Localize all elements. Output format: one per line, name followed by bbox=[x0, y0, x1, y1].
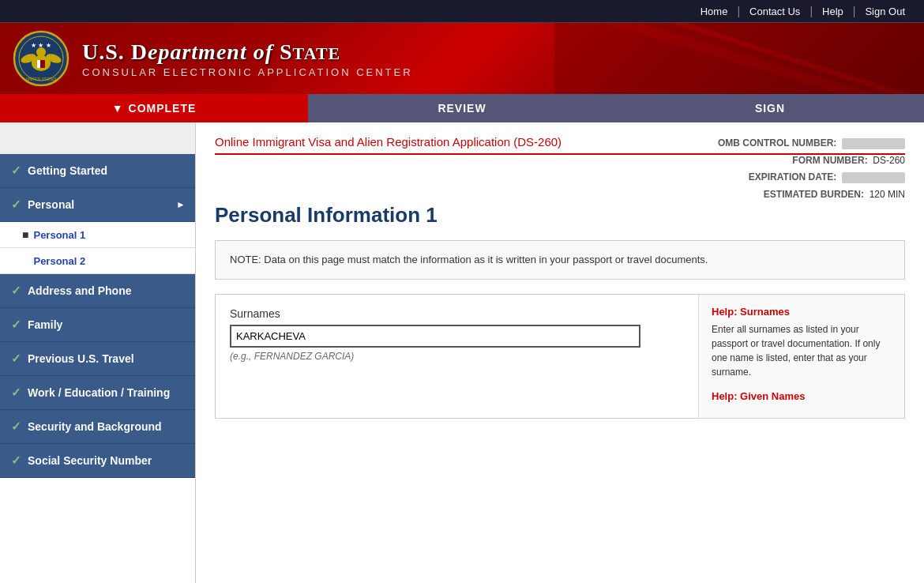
page-title: Personal Information 1 bbox=[215, 203, 905, 228]
header-banner: ★ ★ ★ UNITED STATES U.S. Department of S… bbox=[0, 23, 924, 94]
top-navigation: Home | Contact Us | Help | Sign Out bbox=[0, 0, 924, 23]
progress-sign[interactable]: SIGN bbox=[616, 94, 924, 122]
check-icon-work: ✓ bbox=[11, 386, 21, 400]
note-text: NOTE: Data on this page must match the i… bbox=[230, 254, 708, 265]
department-name: U.S. Department of STATE bbox=[82, 39, 413, 65]
signout-link[interactable]: Sign Out bbox=[855, 6, 915, 17]
sidebar-label-ssn: Social Security Number bbox=[28, 454, 152, 467]
sidebar-label-travel: Previous U.S. Travel bbox=[28, 352, 134, 365]
omb-value-redacted bbox=[842, 138, 905, 149]
surnames-input[interactable] bbox=[230, 325, 640, 348]
bullet-personal1: ■ bbox=[22, 228, 28, 241]
help-surnames-text: Enter all surnames as listed in your pas… bbox=[712, 322, 892, 379]
check-icon-personal: ✓ bbox=[11, 197, 21, 212]
chevron-right-icon: ► bbox=[176, 199, 186, 210]
surnames-hint: (e.g., FERNANDEZ GARCIA) bbox=[230, 351, 684, 362]
help-link[interactable]: Help bbox=[813, 6, 853, 17]
help-surnames-title: Help: Surnames bbox=[712, 306, 892, 318]
check-icon-getting-started: ✓ bbox=[11, 164, 21, 178]
header-text: U.S. Department of STATE CONSULAR ELECTR… bbox=[82, 39, 413, 78]
form-section-surnames: Surnames (e.g., FERNANDEZ GARCIA) Help: … bbox=[215, 294, 905, 419]
sidebar-label-address: Address and Phone bbox=[28, 284, 131, 297]
sidebar: ✓ Getting Started ✓ Personal ► ■ Persona… bbox=[0, 122, 196, 583]
expiration-label: EXPIRATION DATE: bbox=[749, 171, 837, 182]
check-icon-address: ✓ bbox=[11, 284, 21, 298]
sidebar-label-personal1: Personal 1 bbox=[33, 229, 85, 241]
sidebar-item-address[interactable]: ✓ Address and Phone bbox=[0, 274, 195, 308]
progress-bar: ▼COMPLETE REVIEW SIGN bbox=[0, 94, 924, 122]
sidebar-label-work: Work / Education / Training bbox=[28, 386, 170, 399]
sidebar-item-security[interactable]: ✓ Security and Background bbox=[0, 410, 195, 444]
form-number-value: DS-260 bbox=[873, 155, 905, 166]
sidebar-item-personal1[interactable]: ■ Personal 1 bbox=[0, 222, 195, 248]
surnames-label: Surnames bbox=[230, 307, 684, 320]
sidebar-item-getting-started[interactable]: ✓ Getting Started bbox=[0, 154, 195, 188]
note-box: NOTE: Data on this page must match the i… bbox=[215, 240, 905, 280]
sidebar-label-personal2: Personal 2 bbox=[33, 255, 85, 267]
sidebar-item-ssn[interactable]: ✓ Social Security Number bbox=[0, 444, 195, 478]
main-layout: ✓ Getting Started ✓ Personal ► ■ Persona… bbox=[0, 122, 924, 583]
check-icon-travel: ✓ bbox=[11, 352, 21, 366]
check-icon-ssn: ✓ bbox=[11, 453, 21, 468]
form-metadata: OMB CONTROL NUMBER: FORM NUMBER: DS-260 … bbox=[718, 135, 905, 203]
sidebar-item-family[interactable]: ✓ Family bbox=[0, 308, 195, 342]
sidebar-item-personal[interactable]: ✓ Personal ► bbox=[0, 188, 195, 222]
sidebar-label-family: Family bbox=[28, 318, 62, 331]
department-seal: ★ ★ ★ UNITED STATES bbox=[13, 30, 69, 87]
sidebar-label-security: Security and Background bbox=[28, 420, 162, 433]
sidebar-item-personal2[interactable]: ■ Personal 2 bbox=[0, 248, 195, 274]
sidebar-label-getting-started: Getting Started bbox=[28, 164, 107, 177]
contact-link[interactable]: Contact Us bbox=[740, 6, 809, 17]
sidebar-label-personal: Personal bbox=[28, 198, 74, 211]
form-number-label: FORM NUMBER: bbox=[792, 155, 867, 166]
help-given-title: Help: Given Names bbox=[712, 390, 892, 402]
sidebar-item-travel[interactable]: ✓ Previous U.S. Travel bbox=[0, 342, 195, 376]
form-help-right: Help: Surnames Enter all surnames as lis… bbox=[699, 295, 904, 418]
sidebar-spacer bbox=[0, 122, 195, 154]
burden-label: ESTIMATED BURDEN: bbox=[764, 189, 864, 200]
sidebar-item-work[interactable]: ✓ Work / Education / Training bbox=[0, 376, 195, 410]
content-area: OMB CONTROL NUMBER: FORM NUMBER: DS-260 … bbox=[196, 122, 924, 583]
content-inner: OMB CONTROL NUMBER: FORM NUMBER: DS-260 … bbox=[196, 122, 924, 431]
check-icon-family: ✓ bbox=[11, 318, 21, 332]
svg-rect-7 bbox=[37, 60, 40, 68]
omb-label: OMB CONTROL NUMBER: bbox=[718, 137, 836, 149]
progress-review[interactable]: REVIEW bbox=[308, 94, 616, 122]
expiration-value-redacted bbox=[842, 172, 905, 183]
application-center-name: CONSULAR ELECTRONIC APPLICATION CENTER bbox=[82, 66, 413, 78]
burden-value: 120 MIN bbox=[870, 189, 905, 200]
home-link[interactable]: Home bbox=[691, 6, 738, 17]
check-icon-security: ✓ bbox=[11, 419, 21, 434]
svg-text:★ ★ ★: ★ ★ ★ bbox=[31, 42, 51, 49]
progress-complete[interactable]: ▼COMPLETE bbox=[0, 94, 308, 122]
form-fields-left: Surnames (e.g., FERNANDEZ GARCIA) bbox=[216, 295, 699, 418]
svg-text:UNITED STATES: UNITED STATES bbox=[26, 77, 57, 81]
